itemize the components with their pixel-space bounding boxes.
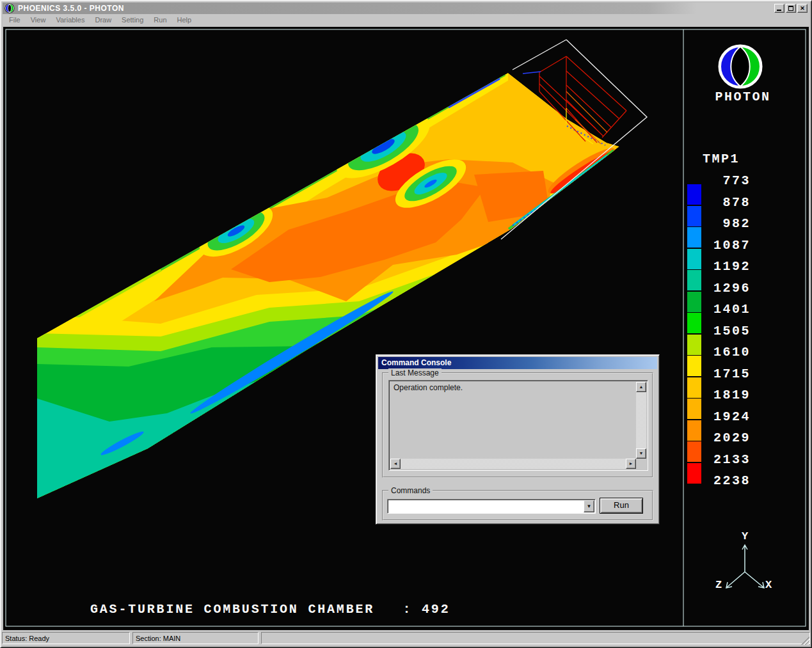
plot-caption: GAS-TURBINE COMBUSTION CHAMBER : 492 xyxy=(90,602,450,617)
legend-variable-label: TMP1 xyxy=(703,152,740,166)
legend-value: 2133 xyxy=(703,452,751,466)
legend-swatch xyxy=(687,292,701,312)
legend-value: 1296 xyxy=(703,281,751,295)
menu-setting[interactable]: Setting xyxy=(116,15,148,26)
commands-group-label: Commands xyxy=(388,486,433,495)
legend-value: 1610 xyxy=(703,345,751,359)
scroll-down-icon[interactable]: ▼ xyxy=(636,448,646,459)
legend-swatch xyxy=(687,377,701,398)
command-input[interactable] xyxy=(390,501,578,512)
menu-bar: File View Variables Draw Setting Run Hel… xyxy=(3,14,809,26)
status-ready-panel: Status: Ready xyxy=(2,632,130,644)
legend-value: 1401 xyxy=(703,302,751,316)
legend-swatch xyxy=(687,227,701,248)
legend-value: 1087 xyxy=(703,238,751,252)
legend-swatch xyxy=(687,463,701,484)
legend-value: 1924 xyxy=(703,409,751,423)
dialog-title-bar[interactable]: Command Console xyxy=(378,357,657,369)
message-horizontal-scrollbar[interactable]: ◄ ► xyxy=(390,459,636,469)
status-section-panel: Section: MAIN xyxy=(132,632,259,644)
scroll-up-icon[interactable]: ▲ xyxy=(636,382,646,392)
menu-file[interactable]: File xyxy=(4,15,26,26)
commands-group: Commands ▼ Run xyxy=(382,490,653,521)
scrollbar-corner xyxy=(636,459,646,469)
minimize-button[interactable] xyxy=(774,4,784,13)
graphics-client-area: PHOTON TMP1 773 878 982 1087 1192 1296 1… xyxy=(3,27,809,630)
legend-swatch xyxy=(687,335,701,355)
menu-help[interactable]: Help xyxy=(172,15,197,26)
window-title: PHOENICS 3.5.0 - PHOTON xyxy=(18,4,124,13)
legend-value: 1819 xyxy=(703,388,751,402)
close-button[interactable]: ✕ xyxy=(797,4,808,13)
menu-variables[interactable]: Variables xyxy=(51,15,90,26)
photon-logo xyxy=(719,45,761,88)
axis-label-z: Z xyxy=(712,579,725,591)
minimize-icon xyxy=(777,10,781,11)
chevron-down-icon[interactable]: ▼ xyxy=(584,500,594,512)
message-panel: Operation complete. ▲ ▼ ◄ ► xyxy=(388,380,648,471)
legend-value: 1715 xyxy=(703,367,751,381)
legend-value: 773 xyxy=(703,173,751,187)
command-combobox[interactable]: ▼ xyxy=(387,499,596,514)
command-console-dialog: Command Console Last Message Operation c… xyxy=(376,354,660,525)
photon-logo-label: PHOTON xyxy=(699,90,786,104)
legend-swatch xyxy=(687,356,701,376)
dialog-title: Command Console xyxy=(381,358,451,367)
maximize-button[interactable] xyxy=(786,4,796,13)
legend-value: 878 xyxy=(703,195,751,209)
legend-swatch xyxy=(687,270,701,290)
last-message-group-label: Last Message xyxy=(388,368,442,377)
axis-triad xyxy=(726,545,764,588)
legend-swatch xyxy=(687,441,701,462)
hscroll-track[interactable] xyxy=(401,459,626,469)
last-message-group: Last Message Operation complete. ▲ ▼ ◄ ► xyxy=(382,372,653,478)
legend-swatch xyxy=(687,399,701,419)
legend-swatch xyxy=(687,420,701,441)
legend-swatch xyxy=(687,249,701,269)
maximize-icon xyxy=(788,6,793,11)
legend-value: 2238 xyxy=(703,473,751,487)
menu-draw[interactable]: Draw xyxy=(90,15,116,26)
scroll-right-icon[interactable]: ► xyxy=(626,459,636,469)
legend-swatch xyxy=(687,313,701,333)
status-bar: Status: Ready Section: MAIN xyxy=(2,631,810,645)
vscroll-track[interactable] xyxy=(636,392,646,448)
axis-label-x: X xyxy=(762,579,775,591)
run-button[interactable]: Run xyxy=(600,498,643,514)
title-bar[interactable]: PHOENICS 3.5.0 - PHOTON ✕ xyxy=(3,3,809,14)
scroll-left-icon[interactable]: ◄ xyxy=(390,459,401,469)
status-empty-panel xyxy=(261,632,810,644)
legend-swatch xyxy=(687,206,701,226)
axis-label-y: Y xyxy=(738,530,751,542)
legend-value: 1505 xyxy=(703,324,751,338)
legend-value: 982 xyxy=(703,216,751,230)
legend-swatch xyxy=(687,184,701,205)
menu-run[interactable]: Run xyxy=(148,15,171,26)
legend-value: 1192 xyxy=(703,259,751,273)
legend-value: 2029 xyxy=(703,431,751,445)
menu-view[interactable]: View xyxy=(26,15,51,26)
message-vertical-scrollbar[interactable]: ▲ ▼ xyxy=(636,382,646,459)
app-window: PHOENICS 3.5.0 - PHOTON ✕ File View Vari… xyxy=(0,0,812,648)
phoenics-app-icon xyxy=(4,3,15,13)
last-message-text: Operation complete. xyxy=(394,383,463,392)
